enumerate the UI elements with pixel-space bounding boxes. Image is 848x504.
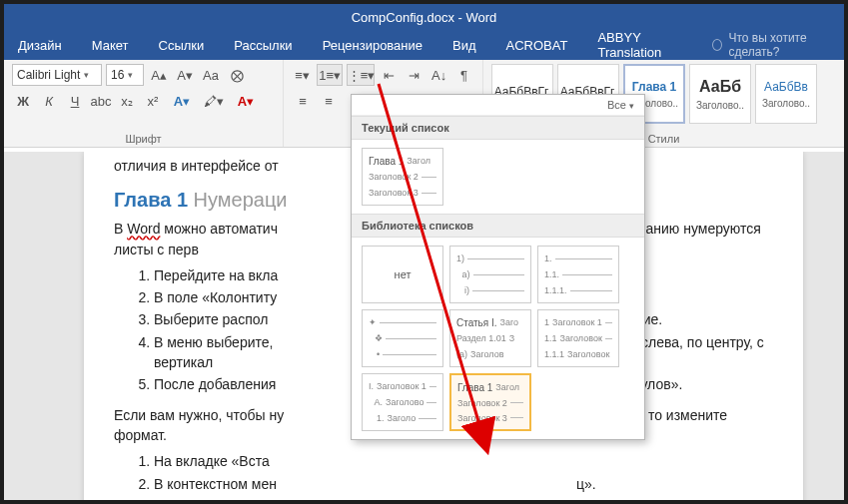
chevron-down-icon: ▾ (84, 70, 89, 80)
tab-mailings[interactable]: Рассылки (230, 32, 296, 59)
style-box[interactable]: АаБбВв Заголово.. (755, 64, 817, 124)
title-bar: CompConfig.docx - Word (4, 4, 844, 30)
list-preview-selected[interactable]: Глава 1 Загол Заголовок 2 Заголовок 3 (449, 373, 531, 431)
list-preview-none[interactable]: нет (362, 246, 443, 303)
style-box[interactable]: АаБб Заголово.. (689, 64, 751, 124)
decrease-indent-icon[interactable]: ⇤ (379, 64, 400, 86)
gallery-section-library: Библиотека списков (352, 214, 644, 238)
tab-references[interactable]: Ссылки (155, 32, 209, 59)
group-font: Calibri Light▾ 16▾ A▴ A▾ Aa ⨂ Ж К Ч abc … (4, 60, 284, 147)
tab-review[interactable]: Рецензирование (319, 32, 426, 59)
change-case-icon[interactable]: Aa (200, 64, 222, 86)
list-preview-current[interactable]: Глава 1 Загол Заголовок 2 Заголовок 3 (362, 148, 443, 206)
italic-icon[interactable]: К (38, 90, 60, 112)
tab-design[interactable]: Дизайн (14, 32, 66, 59)
sort-icon[interactable]: A↓ (428, 64, 449, 86)
chevron-down-icon: ▾ (128, 70, 133, 80)
align-center-icon[interactable]: ≡ (318, 90, 340, 112)
group-font-label: Шрифт (12, 131, 275, 145)
multilevel-list-icon[interactable]: ⋮≡▾ (347, 64, 375, 86)
font-size-combo[interactable]: 16▾ (106, 64, 144, 86)
bulb-icon (712, 39, 722, 51)
underline-icon[interactable]: Ч (64, 90, 86, 112)
font-color-icon[interactable]: A▾ (232, 90, 260, 112)
font-name-combo[interactable]: Calibri Light▾ (12, 64, 102, 86)
text-effects-icon[interactable]: A▾ (168, 90, 196, 112)
align-left-icon[interactable]: ≡ (292, 90, 314, 112)
numbering-icon[interactable]: 1≡▾ (317, 64, 344, 86)
list-2: На вкладке «Вста В контекстном менц». В … (154, 451, 773, 500)
increase-font-icon[interactable]: A▴ (148, 64, 170, 86)
tab-view[interactable]: Вид (448, 32, 480, 59)
tab-acrobat[interactable]: ACROBAT (502, 32, 572, 59)
multilevel-list-gallery: Все ▾ Текущий список Глава 1 Загол Загол… (351, 94, 645, 440)
decrease-font-icon[interactable]: A▾ (174, 64, 196, 86)
list-preview[interactable]: 1 Заголовок 1 1.1 Заголовок 1.1.1 Заголо… (537, 309, 619, 367)
strike-icon[interactable]: abc (90, 90, 112, 112)
list-preview[interactable]: ✦ ❖ • (362, 309, 443, 367)
increase-indent-icon[interactable]: ⇥ (404, 64, 424, 86)
list-preview[interactable]: 1. 1.1. 1.1.1. (537, 246, 619, 303)
bold-icon[interactable]: Ж (12, 90, 34, 112)
gallery-all[interactable]: Все ▾ (352, 95, 644, 116)
tell-me[interactable]: Что вы хотите сделать? (712, 31, 834, 59)
clear-format-icon[interactable]: ⨂ (226, 64, 248, 86)
highlight-icon[interactable]: 🖍▾ (200, 90, 228, 112)
chevron-down-icon: ▾ (629, 101, 634, 111)
bullets-icon[interactable]: ≡▾ (292, 64, 313, 86)
ribbon-tabs: Дизайн Макет Ссылки Рассылки Рецензирова… (4, 30, 844, 60)
gallery-section-current: Текущий список (352, 116, 644, 140)
tab-layout[interactable]: Макет (88, 32, 133, 59)
superscript-icon[interactable]: x² (142, 90, 164, 112)
list-preview[interactable]: 1) a) i) (449, 246, 531, 303)
list-preview[interactable]: Статья I. Заго Раздел 1.01 З (a) Заголов (449, 309, 531, 367)
list-preview[interactable]: I. Заголовок 1 A. Заголово 1. Заголо (362, 373, 443, 431)
subscript-icon[interactable]: x₂ (116, 90, 138, 112)
document-title: CompConfig.docx - Word (352, 10, 497, 25)
show-marks-icon[interactable]: ¶ (453, 64, 474, 86)
